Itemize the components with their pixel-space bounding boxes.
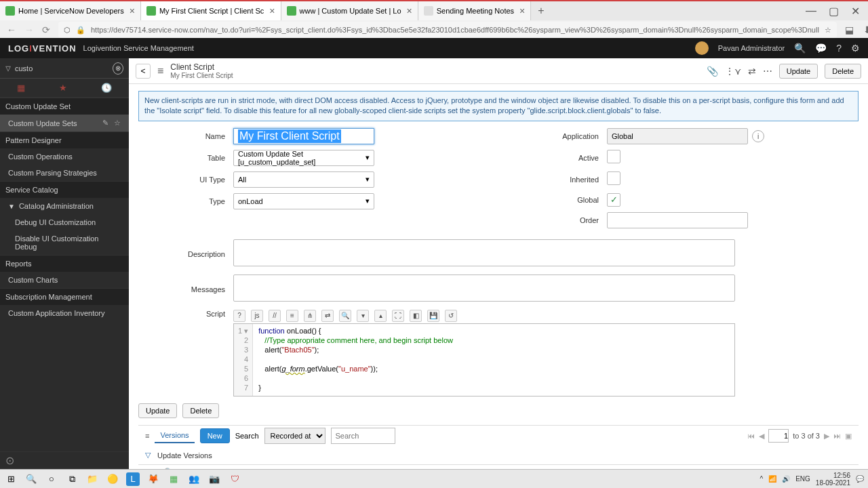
notifications-icon[interactable]: 💬 <box>856 475 864 483</box>
avatar[interactable] <box>695 41 709 55</box>
user-name[interactable]: Pavan Administrator <box>718 44 785 52</box>
list-menu-icon[interactable]: ≡ <box>145 432 149 440</box>
script-fullscreen-icon[interactable]: ⛶ <box>392 310 404 322</box>
history-icon[interactable]: 🕓 <box>101 83 112 93</box>
next-page-icon[interactable]: ▶ <box>824 432 829 441</box>
sidebar-item[interactable]: Debug UI Customization <box>0 214 129 230</box>
search-taskbar-icon[interactable]: 🔍 <box>24 472 38 486</box>
camera-icon[interactable]: 📷 <box>208 472 221 486</box>
sidebar-item[interactable]: Custom Charts <box>0 272 129 288</box>
filter-funnel-icon[interactable]: ▽ <box>145 451 151 460</box>
language-icon[interactable]: ENG <box>795 475 810 483</box>
nav-section[interactable]: Subscription Management <box>0 288 129 305</box>
script-save-icon[interactable]: 💾 <box>427 310 439 322</box>
close-icon[interactable]: × <box>519 5 525 16</box>
sidebar-item[interactable]: Disable UI Customization Debug <box>0 230 129 255</box>
name-input[interactable]: My First Client Script <box>233 128 374 144</box>
minimize-icon[interactable]: — <box>806 5 816 18</box>
pocket-icon[interactable]: ⬓ <box>845 24 854 35</box>
context-menu-icon[interactable]: ≡ <box>157 65 163 77</box>
search-field-select[interactable]: Recorded at <box>264 428 326 444</box>
col-recorded[interactable]: ≡ Recorded at <box>340 468 475 469</box>
sidebar-item[interactable]: ▼Catalog Administration <box>0 198 129 214</box>
messages-input[interactable] <box>233 274 735 302</box>
global-checkbox[interactable] <box>607 193 620 207</box>
download-icon[interactable]: ⬇ <box>863 24 868 35</box>
back-button[interactable]: < <box>136 64 151 79</box>
close-window-icon[interactable]: ✕ <box>851 5 860 18</box>
explorer-icon[interactable]: 📁 <box>85 472 99 486</box>
uitype-select[interactable]: All▾ <box>233 171 374 188</box>
search-input[interactable] <box>331 428 395 444</box>
reload-icon[interactable]: ⟳ <box>42 24 50 35</box>
script-tree-icon[interactable]: ⋔ <box>304 310 316 322</box>
search-icon[interactable]: 🔍 <box>164 468 174 469</box>
close-icon[interactable]: × <box>269 5 275 16</box>
active-checkbox[interactable] <box>607 150 620 163</box>
type-select[interactable]: onLoad▾ <box>233 193 374 209</box>
close-icon[interactable]: × <box>407 5 412 16</box>
script-replace-icon[interactable]: ⇄ <box>321 310 334 322</box>
chrome-icon[interactable]: 🟡 <box>106 472 119 486</box>
col-reverted[interactable]: ≡ Reverted from <box>723 468 859 469</box>
favorites-icon[interactable]: ★ <box>59 83 67 93</box>
delete-button-bottom[interactable]: Delete <box>182 403 219 418</box>
wifi-icon[interactable]: 📶 <box>768 475 776 483</box>
back-icon[interactable]: ← <box>7 24 16 35</box>
browser-tab[interactable]: Home | ServiceNow Developers× <box>0 1 141 20</box>
start-icon[interactable]: ⊞ <box>4 472 18 486</box>
url-field[interactable]: ⬡ 🔒 https://dev75714.service-now.com/nav… <box>58 22 837 38</box>
list-edit-icon[interactable]: ▣ <box>845 432 852 441</box>
more-icon[interactable]: ⋯ <box>763 66 772 77</box>
star-icon[interactable]: ☆ <box>825 26 831 35</box>
firefox-icon[interactable]: 🦊 <box>146 472 160 486</box>
app-icon[interactable]: ▦ <box>167 472 180 486</box>
col-name[interactable]: ≡ Name <box>179 468 340 469</box>
order-input[interactable] <box>607 212 748 228</box>
script-search-icon[interactable]: 🔍 <box>339 310 351 322</box>
col-state[interactable]: ≡ State <box>476 468 587 469</box>
all-apps-icon[interactable]: ▦ <box>17 83 25 93</box>
attachment-icon[interactable]: 📎 <box>707 66 718 77</box>
first-page-icon[interactable]: ⏮ <box>747 432 755 440</box>
volume-icon[interactable]: 🔊 <box>782 475 790 483</box>
nav-section[interactable]: Pattern Designer <box>0 131 129 148</box>
inherited-checkbox[interactable] <box>607 171 620 185</box>
browser-tab[interactable]: www | Custom Update Set | Lo× <box>281 1 418 20</box>
script-format-icon[interactable]: ≡ <box>286 310 298 322</box>
script-diff-icon[interactable]: ◧ <box>410 310 422 322</box>
filter-input[interactable] <box>15 64 108 73</box>
expand-icon[interactable]: ⊙ <box>5 454 14 467</box>
new-tab-button[interactable]: + <box>531 5 551 17</box>
sidebar-item-custom-update-sets[interactable]: Custom Update Sets ✎☆ <box>0 115 129 131</box>
sidebar-item[interactable]: Custom Operations <box>0 148 129 165</box>
search-icon[interactable]: 🔍 <box>794 43 806 54</box>
script-up-icon[interactable]: ▴ <box>374 310 387 322</box>
tray-expand-icon[interactable]: ^ <box>760 475 763 483</box>
chat-icon[interactable]: 💬 <box>815 43 827 54</box>
tab-versions[interactable]: Versions <box>155 428 194 443</box>
delete-button[interactable]: Delete <box>825 64 861 79</box>
script-comment-icon[interactable]: // <box>269 310 281 322</box>
update-button-bottom[interactable]: Update <box>138 403 177 418</box>
close-icon[interactable]: × <box>130 5 135 16</box>
sidebar-item[interactable]: Custom Application Inventory <box>0 305 129 321</box>
info-icon[interactable]: i <box>752 130 764 142</box>
browser-tab[interactable]: Sending Meeting Notes× <box>418 1 532 20</box>
col-source[interactable]: ≡ Source <box>587 468 722 469</box>
cortana-icon[interactable]: ○ <box>45 472 58 486</box>
help-icon[interactable]: ? <box>836 43 842 54</box>
table-select[interactable]: Custom Update Set [u_custom_update_set]▾ <box>233 150 374 166</box>
last-page-icon[interactable]: ⏭ <box>833 432 841 440</box>
shield-icon[interactable]: 🛡 <box>228 472 241 486</box>
script-syntax-icon[interactable]: js <box>251 310 263 322</box>
clock[interactable]: 12:56 18-09-2021 <box>816 472 850 487</box>
update-button[interactable]: Update <box>779 64 818 79</box>
prev-page-icon[interactable]: ◀ <box>759 432 764 441</box>
app-icon[interactable]: L <box>126 472 140 486</box>
script-editor[interactable]: 1 ▾234567 function onLoad() { //Type app… <box>233 323 735 396</box>
nav-section[interactable]: Reports <box>0 255 129 272</box>
sidebar-item[interactable]: Custom Parsing Strategies <box>0 165 129 181</box>
activity-icon[interactable]: ⋮⋎ <box>725 66 741 77</box>
new-button[interactable]: New <box>200 428 230 443</box>
